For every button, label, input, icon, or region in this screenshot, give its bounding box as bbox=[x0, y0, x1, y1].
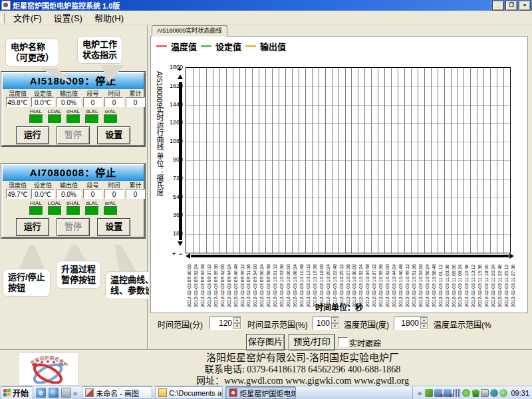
taskbar-item-paint[interactable]: 未命名 - 画图 bbox=[82, 386, 152, 399]
save-image-button[interactable]: 保存图片 bbox=[246, 334, 285, 350]
gridline-vertical bbox=[438, 68, 438, 253]
security-shield-icon[interactable] bbox=[471, 389, 479, 397]
time-value: 0 bbox=[104, 97, 124, 107]
furnace-title: AI5180009：停止 bbox=[3, 73, 144, 89]
menu-file[interactable]: 文件(F) bbox=[7, 10, 48, 25]
gridline-horizontal bbox=[186, 105, 510, 106]
scroll-down-arrow-icon[interactable] bbox=[178, 241, 183, 246]
settings-button[interactable]: 设置 bbox=[97, 218, 130, 236]
gridline-vertical bbox=[483, 68, 484, 253]
start-button[interactable]: 开始 bbox=[1, 386, 33, 399]
y-tick-label: 1620 bbox=[162, 82, 183, 89]
task-label: C:\Documents and Se... bbox=[169, 389, 223, 397]
minimize-button[interactable]: _ bbox=[492, 1, 504, 11]
scroll-up-arrow-icon[interactable] bbox=[178, 74, 183, 79]
realtime-track-label: 实时跟踪 bbox=[349, 337, 381, 348]
furnace-panel-ai5180009: AI5180009：停止 温度值49.8℃ 设定值0.0℃ 输出值0.0% 段号… bbox=[1, 72, 145, 146]
gridline-vertical bbox=[292, 68, 293, 253]
title-bar[interactable]: 炬星窑炉国炬电炉监控系统 1.0版 _ ❐ × bbox=[0, 0, 532, 11]
total-value: 0 bbox=[126, 189, 145, 199]
currency-icon[interactable] bbox=[499, 389, 507, 397]
graph-pan-markers[interactable]: + − bbox=[172, 251, 183, 257]
sync-icon[interactable] bbox=[490, 389, 498, 397]
pause-button[interactable]: 暂停 bbox=[57, 218, 90, 236]
temp-range-input[interactable]: 1800 ▲▼ bbox=[394, 317, 428, 330]
menu-help[interactable]: 帮助(H) bbox=[88, 10, 130, 25]
field-label: 累计 bbox=[129, 182, 141, 189]
spin-down-icon[interactable]: ▼ bbox=[420, 323, 428, 329]
segment-value: 0 bbox=[83, 97, 102, 107]
menu-settings[interactable]: 设置(S) bbox=[48, 10, 88, 25]
legend-dash-icon bbox=[201, 45, 211, 47]
settings-button[interactable]: 设置 bbox=[97, 126, 130, 144]
time-display-input[interactable]: 100 ▲▼ bbox=[313, 317, 339, 330]
device-icon[interactable] bbox=[61, 388, 71, 398]
gridline-vertical bbox=[451, 68, 452, 253]
time-range-value[interactable]: 120 bbox=[210, 317, 233, 329]
horizontal-scrollbar[interactable] bbox=[191, 255, 509, 257]
gridline-vertical bbox=[444, 68, 445, 253]
update-icon[interactable] bbox=[462, 389, 470, 397]
callout-furnace-name: 电炉名称 （可更改） bbox=[5, 39, 59, 66]
y-tick-label: 360 bbox=[162, 211, 183, 218]
run-button[interactable]: 运行 bbox=[16, 126, 49, 144]
antivirus-icon[interactable] bbox=[425, 389, 433, 397]
field-label: 设定值 bbox=[34, 182, 52, 189]
messenger-icon[interactable] bbox=[49, 388, 59, 398]
spin-up-icon[interactable]: ▲ bbox=[331, 317, 338, 323]
gridline-vertical bbox=[200, 68, 200, 253]
time-range-input[interactable]: 120 ▲▼ bbox=[209, 317, 241, 330]
time-display-value[interactable]: 100 bbox=[313, 317, 331, 329]
spin-up-icon[interactable]: ▲ bbox=[420, 317, 428, 323]
preview-print-button[interactable]: 预览/打印 bbox=[289, 334, 335, 350]
alarm-led-dhal bbox=[66, 114, 80, 124]
temp-range-value[interactable]: 1800 bbox=[394, 317, 420, 329]
network-disconnected-icon[interactable] bbox=[444, 389, 452, 397]
system-tray: « 09:31 bbox=[412, 387, 532, 399]
taskbar-item-monitor-app[interactable]: 炬星窑炉国炬电炉监... bbox=[225, 386, 296, 399]
led-label: dLAL bbox=[86, 108, 98, 114]
signal-strength-icon[interactable] bbox=[453, 389, 461, 397]
spin-up-icon[interactable]: ▲ bbox=[233, 317, 241, 323]
taskbar-item-explorer[interactable]: C:\Documents and Se... bbox=[155, 386, 223, 399]
gridline-vertical bbox=[319, 68, 319, 253]
pause-button[interactable]: 暂停 bbox=[57, 126, 90, 144]
led-label: dHAL bbox=[66, 200, 80, 206]
power-plug-icon[interactable] bbox=[481, 389, 489, 397]
gridline-horizontal bbox=[186, 123, 510, 124]
spin-down-icon[interactable]: ▼ bbox=[331, 323, 338, 329]
gridline-vertical bbox=[332, 68, 332, 253]
gridline-vertical bbox=[279, 68, 279, 253]
gridline-vertical bbox=[404, 68, 405, 253]
scroll-left-arrow-icon[interactable] bbox=[186, 253, 190, 259]
internet-explorer-icon[interactable]: e bbox=[36, 388, 46, 398]
folder-icon bbox=[158, 388, 167, 397]
quick-launch-overflow-chevron[interactable]: » bbox=[73, 389, 77, 397]
tab-realtime-curve[interactable]: AI5180009实时状态曲线 bbox=[152, 25, 227, 37]
gridline-vertical bbox=[233, 68, 233, 253]
close-button[interactable]: × bbox=[519, 1, 531, 11]
gridline-vertical bbox=[477, 68, 477, 253]
gridline-horizontal bbox=[186, 215, 510, 216]
gridline-vertical bbox=[398, 68, 398, 253]
field-label: 时间 bbox=[108, 90, 120, 97]
chart-container: 温度值设定值输出值 AI5180009实时运行曲线 单位：摄氏度 + + − 2… bbox=[150, 36, 528, 313]
gridline-vertical bbox=[245, 68, 246, 253]
gridline-vertical bbox=[457, 68, 458, 253]
y-tick-label: 900 bbox=[162, 156, 183, 163]
run-button[interactable]: 运行 bbox=[16, 218, 49, 236]
chart-legend: 温度值设定值输出值 bbox=[156, 40, 286, 53]
tray-hidden-icons-chevron[interactable]: « bbox=[418, 389, 422, 397]
menu-bar: 文件(F) 设置(S) 帮助(H) bbox=[0, 11, 532, 25]
callout-line: 电炉名称 bbox=[11, 42, 54, 53]
restore-button[interactable]: ❐ bbox=[505, 1, 517, 11]
output-value: 0.0% bbox=[57, 97, 81, 107]
scroll-right-arrow-icon[interactable] bbox=[509, 253, 514, 259]
gridline-vertical bbox=[351, 68, 352, 253]
alarm-led-dlal bbox=[85, 114, 99, 124]
gridline-vertical bbox=[338, 68, 339, 253]
legend-label: 设定值 bbox=[215, 40, 241, 53]
realtime-track-checkbox[interactable] bbox=[338, 337, 348, 347]
spin-down-icon[interactable]: ▼ bbox=[233, 323, 241, 329]
network-disconnected-icon[interactable] bbox=[434, 389, 442, 397]
